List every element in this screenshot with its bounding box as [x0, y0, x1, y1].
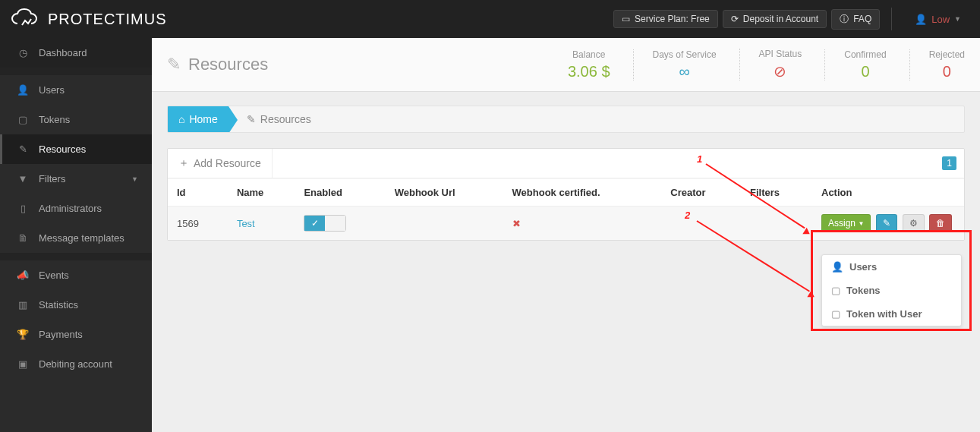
resources-panel: ＋ Add Resource 1 Id Name Enabled Webhook… — [167, 148, 965, 241]
kpi-days: Days of Service∞ — [633, 49, 717, 80]
col-enabled: Enabled — [295, 179, 385, 207]
logo: PROTECTIMUS — [11, 8, 167, 30]
kpi-confirmed: Confirmed0 — [824, 49, 886, 80]
sidebar-item-tokens[interactable]: ▢ Tokens — [0, 105, 152, 134]
template-icon: 🗎 — [16, 232, 30, 244]
money-icon: ▭ — [622, 14, 630, 24]
sidebar-item-debiting[interactable]: ▣ Debiting account — [0, 349, 152, 379]
users-icon: 👤 — [16, 84, 30, 96]
sidebar-item-administrators[interactable]: ▯ Administrators — [0, 194, 152, 223]
page-number-badge[interactable]: 1 — [942, 156, 956, 170]
stats-icon: ▥ — [16, 299, 30, 311]
sidebar-item-users[interactable]: 👤 Users — [0, 75, 152, 105]
breadcrumb-home[interactable]: ⌂ Home — [168, 106, 228, 132]
brand-text: PROTECTIMUS — [48, 11, 167, 28]
sidebar-item-messages[interactable]: 🗎 Message templates — [0, 223, 152, 253]
service-plan-button[interactable]: ▭ Service Plan: Free — [613, 10, 718, 28]
assign-users[interactable]: 👤Users — [822, 255, 961, 279]
sidebar-item-dashboard[interactable]: ◷ Dashboard — [0, 38, 152, 68]
refresh-icon: ⟳ — [731, 14, 739, 24]
sidebar-item-filters[interactable]: ▼ Filters ▼ — [0, 164, 152, 194]
breadcrumb-current: ✎ Resources — [228, 113, 311, 125]
sidebar-item-payments[interactable]: 🏆 Payments — [0, 320, 152, 349]
sidebar-item-resources[interactable]: ✎ Resources — [0, 134, 152, 164]
col-webhook-url: Webhook Url — [386, 179, 503, 207]
enabled-toggle[interactable]: ✓ — [304, 215, 346, 232]
admin-icon: ▯ — [16, 203, 30, 214]
edit-icon: ✎ — [247, 113, 256, 125]
settings-button[interactable]: ⚙ — [903, 214, 925, 232]
trash-icon: 🗑 — [936, 218, 945, 229]
plus-icon: ＋ — [178, 156, 189, 170]
col-webhook-cert: Webhook certified. — [503, 179, 662, 207]
resources-icon: ✎ — [16, 143, 30, 155]
main: ✎ Resources Balance3.06 $ Days of Servic… — [152, 38, 980, 432]
tokens-icon: ▢ — [16, 114, 30, 125]
gear-icon: ⚙ — [909, 218, 918, 229]
kpi-row: Balance3.06 $ Days of Service∞ API Statu… — [549, 49, 965, 80]
col-name: Name — [228, 179, 295, 207]
faq-button[interactable]: ⓘ FAQ — [831, 9, 880, 30]
chevron-down-icon: ▼ — [131, 175, 138, 183]
kpi-rejected: Rejected0 — [909, 49, 965, 80]
kpi-api: API Status⊘ — [739, 49, 802, 80]
delete-button[interactable]: 🗑 — [929, 214, 952, 232]
edit-button[interactable]: ✎ — [876, 214, 897, 232]
cell-id: 1569 — [168, 207, 228, 241]
resource-link[interactable]: Test — [237, 218, 255, 229]
sidebar-item-statistics[interactable]: ▥ Statistics — [0, 290, 152, 320]
edit-icon: ✎ — [167, 55, 181, 74]
payments-icon: 🏆 — [16, 329, 30, 340]
cell-filters — [741, 207, 812, 241]
debit-icon: ▣ — [16, 358, 30, 370]
resources-table: Id Name Enabled Webhook Url Webhook cert… — [168, 178, 964, 240]
token-icon: ▢ — [831, 285, 840, 296]
info-icon: ⓘ — [840, 13, 849, 26]
add-resource-button[interactable]: ＋ Add Resource — [168, 149, 273, 178]
filters-icon: ▼ — [16, 173, 30, 184]
token-icon: ▢ — [831, 308, 840, 320]
chevron-down-icon: ▼ — [954, 15, 961, 23]
cert-no-icon: ✖ — [512, 218, 521, 229]
sidebar: ◷ Dashboard 👤 Users ▢ Tokens ✎ Resources… — [0, 38, 152, 432]
col-filters: Filters — [741, 179, 812, 207]
kpi-balance: Balance3.06 $ — [549, 49, 610, 80]
dashboard-icon: ◷ — [16, 47, 30, 58]
assign-tokens[interactable]: ▢Tokens — [822, 279, 961, 302]
sidebar-item-events[interactable]: 📣 Events — [0, 260, 152, 290]
assign-token-with-user[interactable]: ▢Token with User — [822, 302, 961, 326]
deposit-button[interactable]: ⟳ Deposit in Account — [723, 10, 827, 28]
col-id: Id — [168, 179, 228, 207]
assign-dropdown: 👤Users ▢Tokens ▢Token with User — [821, 254, 962, 326]
table-row: 1569 Test ✓ ✖ — [168, 207, 964, 241]
cell-creator — [661, 207, 741, 241]
user-menu[interactable]: 👤 Low ▼ — [907, 14, 969, 25]
col-action: Action — [812, 179, 964, 207]
home-icon: ⌂ — [178, 113, 184, 125]
check-icon: ✓ — [311, 218, 319, 229]
page-head: ✎ Resources Balance3.06 $ Days of Servic… — [152, 38, 980, 92]
user-icon: 👤 — [915, 14, 927, 25]
top-header: PROTECTIMUS ▭ Service Plan: Free ⟳ Depos… — [0, 0, 980, 38]
cell-webhook-url — [386, 207, 503, 241]
pencil-icon: ✎ — [883, 218, 890, 229]
user-icon: 👤 — [831, 261, 843, 273]
events-icon: 📣 — [16, 270, 30, 281]
col-creator: Creator — [661, 179, 741, 207]
breadcrumb: ⌂ Home ✎ Resources — [167, 106, 965, 133]
page-title: ✎ Resources — [167, 55, 268, 74]
assign-button[interactable]: Assign ▼ — [821, 214, 871, 232]
chevron-down-icon: ▼ — [858, 220, 864, 227]
